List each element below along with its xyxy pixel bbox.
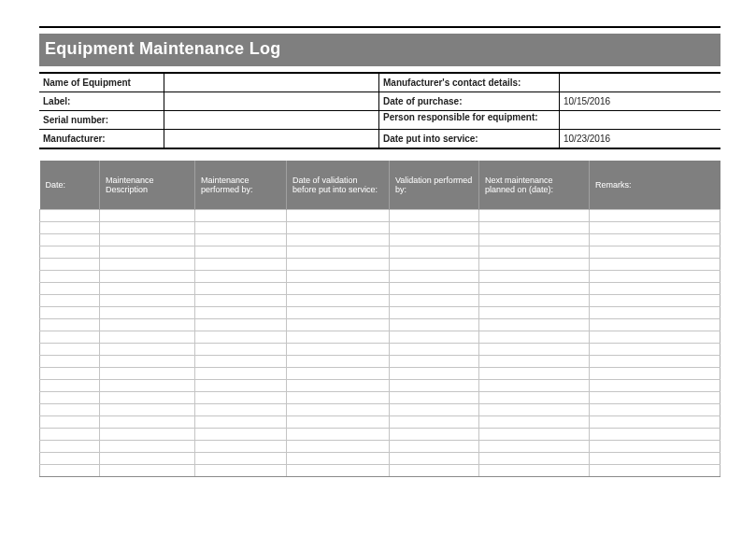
table-cell — [287, 270, 390, 282]
table-cell — [40, 233, 100, 246]
value-date-put-into-service: 10/23/2016 — [560, 130, 720, 148]
table-row — [40, 209, 720, 221]
value-manufacturer — [164, 130, 379, 148]
table-cell — [590, 440, 720, 452]
table-cell — [195, 355, 287, 367]
label-label: Label: — [39, 92, 164, 110]
table-cell — [40, 391, 100, 403]
document-title: Equipment Maintenance Log — [39, 34, 720, 66]
table-cell — [590, 282, 720, 294]
table-cell — [40, 403, 100, 415]
table-cell — [479, 282, 590, 294]
page-container: Equipment Maintenance Log Name of Equipm… — [0, 0, 756, 535]
table-cell — [390, 464, 479, 476]
value-manufacturer-contact — [560, 74, 720, 92]
table-cell — [390, 306, 479, 318]
value-label — [164, 92, 379, 110]
label-serial-number: Serial number: — [39, 111, 164, 129]
table-cell — [195, 221, 287, 233]
table-cell — [40, 452, 100, 464]
col-header-maintenance-description: Maintenance Description — [100, 161, 195, 209]
table-cell — [390, 391, 479, 403]
table-cell — [40, 343, 100, 355]
table-row — [40, 464, 720, 476]
table-cell — [590, 343, 720, 355]
table-row — [40, 294, 720, 306]
label-manufacturer: Manufacturer: — [39, 130, 164, 148]
spacer — [39, 149, 720, 161]
value-person-responsible — [560, 111, 720, 129]
table-cell — [479, 428, 590, 440]
table-cell — [287, 246, 390, 258]
table-cell — [287, 464, 390, 476]
table-cell — [40, 270, 100, 282]
table-cell — [40, 331, 100, 343]
table-cell — [479, 233, 590, 246]
table-cell — [287, 318, 390, 331]
table-cell — [287, 306, 390, 318]
label-date-put-into-service: Date put into service: — [379, 130, 560, 148]
table-cell — [590, 233, 720, 246]
table-cell — [479, 403, 590, 415]
table-cell — [195, 464, 287, 476]
table-cell — [40, 209, 100, 221]
table-row — [40, 391, 720, 403]
table-cell — [100, 331, 195, 343]
table-cell — [479, 246, 590, 258]
table-cell — [390, 367, 479, 379]
table-cell — [40, 221, 100, 233]
table-cell — [100, 391, 195, 403]
table-cell — [195, 246, 287, 258]
table-cell — [390, 221, 479, 233]
table-cell — [390, 294, 479, 306]
table-cell — [479, 367, 590, 379]
table-cell — [479, 440, 590, 452]
table-cell — [390, 331, 479, 343]
table-cell — [195, 391, 287, 403]
table-cell — [195, 331, 287, 343]
table-row — [40, 367, 720, 379]
table-row — [40, 440, 720, 452]
label-date-of-purchase: Date of purchase: — [379, 92, 560, 110]
table-cell — [100, 428, 195, 440]
table-cell — [40, 246, 100, 258]
label-manufacturer-contact: Manufacturer's contact details: — [379, 74, 560, 92]
info-row-label: Label: Date of purchase: 10/15/2016 — [39, 92, 720, 111]
table-cell — [40, 428, 100, 440]
table-cell — [287, 391, 390, 403]
table-cell — [100, 403, 195, 415]
table-cell — [195, 209, 287, 221]
label-person-responsible: Person responsible for equipment: — [379, 111, 560, 129]
table-cell — [287, 209, 390, 221]
info-row-serial: Serial number: Person responsible for eq… — [39, 111, 720, 130]
table-cell — [195, 379, 287, 391]
table-cell — [590, 415, 720, 428]
table-cell — [100, 343, 195, 355]
table-cell — [390, 452, 479, 464]
table-cell — [287, 258, 390, 270]
table-cell — [590, 246, 720, 258]
table-cell — [590, 270, 720, 282]
table-cell — [590, 367, 720, 379]
table-cell — [195, 343, 287, 355]
table-cell — [100, 294, 195, 306]
table-cell — [40, 318, 100, 331]
table-cell — [287, 233, 390, 246]
col-header-validation-performed-by: Validation performed by: — [390, 161, 479, 209]
table-cell — [40, 282, 100, 294]
table-row — [40, 452, 720, 464]
table-cell — [590, 403, 720, 415]
table-cell — [195, 282, 287, 294]
table-row — [40, 246, 720, 258]
table-cell — [390, 415, 479, 428]
table-cell — [287, 221, 390, 233]
table-cell — [287, 355, 390, 367]
table-cell — [590, 464, 720, 476]
table-cell — [195, 318, 287, 331]
info-row-manufacturer: Manufacturer: Date put into service: 10/… — [39, 130, 720, 148]
table-row — [40, 306, 720, 318]
table-cell — [390, 258, 479, 270]
table-cell — [287, 294, 390, 306]
table-row — [40, 233, 720, 246]
table-cell — [390, 318, 479, 331]
